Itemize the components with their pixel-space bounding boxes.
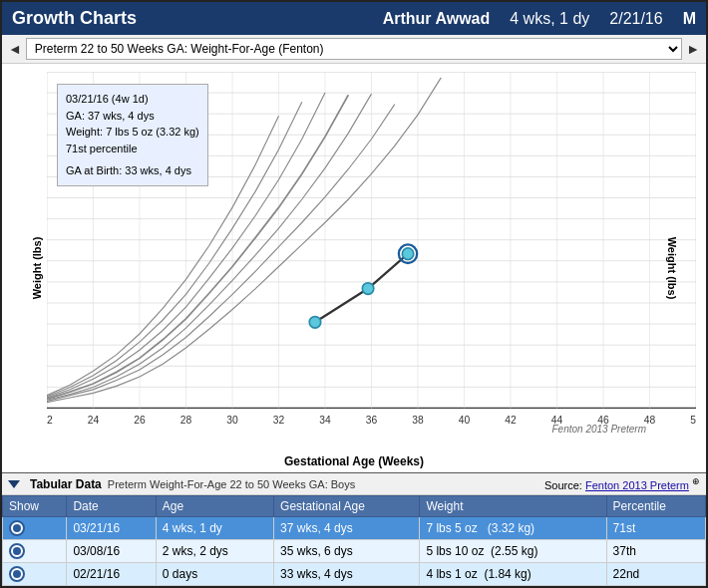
date-cell: 03/21/16: [67, 517, 156, 540]
tabular-subtitle: Preterm Weight-For-Age 22 to 50 Weeks GA…: [108, 478, 355, 490]
svg-text:22: 22: [47, 414, 53, 425]
tooltip-line6: GA at Birth: 33 wks, 4 dys: [66, 162, 199, 179]
chart-tooltip: 03/21/16 (4w 1d) GA: 37 wks, 4 dys Weigh…: [57, 84, 208, 186]
age-cell: 4 wks, 1 dy: [156, 517, 273, 540]
svg-text:40: 40: [459, 414, 471, 425]
next-chart-button[interactable]: ►: [686, 41, 700, 57]
show-icon[interactable]: [9, 520, 25, 536]
percentile-cell: 22nd: [606, 563, 705, 586]
patient-name: Arthur Awwad: [383, 10, 491, 28]
age-cell: 2 wks, 2 dys: [156, 540, 273, 563]
triangle-down-icon: [8, 480, 20, 488]
weight-cell: 7 lbs 5 oz (3.32 kg): [420, 517, 606, 540]
fenton-watermark: Fenton 2013 Preterm: [552, 424, 647, 435]
tabular-header-row: Tabular Data Preterm Weight-For-Age 22 t…: [2, 473, 706, 495]
app-container: Growth Charts Arthur Awwad 4 wks, 1 dy 2…: [0, 0, 708, 588]
svg-text:24: 24: [88, 414, 100, 425]
show-icon-inner: [13, 570, 21, 578]
svg-text:50: 50: [690, 414, 696, 425]
percentile-cell: 37th: [606, 540, 705, 563]
app-title: Growth Charts: [12, 8, 137, 29]
chart-panel: Weight (lbs) Weight (lbs) 0 0 1 1 2 2: [2, 64, 706, 472]
weight-cell: 4 lbs 1 oz (1.84 kg): [420, 563, 606, 586]
show-icon[interactable]: [9, 543, 25, 559]
show-cell[interactable]: [3, 517, 67, 540]
ga-cell: 37 wks, 4 dys: [274, 517, 420, 540]
y-axis-label-right: Weight (lbs): [667, 237, 679, 300]
show-icon-inner: [13, 524, 21, 532]
col-percentile: Percentile: [606, 496, 705, 517]
show-icon-inner: [13, 547, 21, 555]
ga-cell: 33 wks, 4 dys: [274, 563, 420, 586]
svg-text:36: 36: [366, 414, 378, 425]
date-cell: 03/08/16: [67, 540, 156, 563]
col-gestational-age: Gestational Age: [274, 496, 420, 517]
main-chart-area: Weight (lbs) Weight (lbs) 0 0 1 1 2 2: [2, 64, 706, 472]
age-cell: 0 days: [156, 563, 273, 586]
svg-text:26: 26: [134, 414, 146, 425]
tabular-title: Tabular Data: [30, 477, 102, 491]
tooltip-line3: Weight: 7 lbs 5 oz (3.32 kg): [66, 124, 199, 141]
visit-date: 2/21/16: [609, 10, 662, 28]
show-cell[interactable]: [3, 563, 67, 586]
svg-text:28: 28: [180, 414, 192, 425]
header-bar: Growth Charts Arthur Awwad 4 wks, 1 dy 2…: [2, 2, 706, 35]
chart-selector-row: ◄ Preterm 22 to 50 Weeks GA: Weight-For-…: [2, 35, 706, 64]
table-row[interactable]: 03/08/16 2 wks, 2 dys 35 wks, 6 dys 5 lb…: [3, 540, 706, 563]
svg-point-86: [402, 248, 413, 260]
svg-text:42: 42: [505, 414, 517, 425]
data-table: Show Date Age Gestational Age Weight Per…: [2, 495, 706, 586]
svg-text:32: 32: [273, 414, 285, 425]
fenton-source-link[interactable]: Fenton 2013 Preterm: [585, 479, 689, 491]
svg-point-83: [309, 317, 320, 329]
tooltip-line4: 71st percentile: [66, 141, 199, 157]
show-icon[interactable]: [9, 566, 25, 582]
svg-text:34: 34: [319, 414, 331, 425]
x-axis-label: Gestational Age (Weeks): [284, 454, 424, 468]
patient-gender: M: [683, 10, 696, 28]
col-weight: Weight: [420, 496, 606, 517]
weight-cell: 5 lbs 10 oz (2.55 kg): [420, 540, 606, 563]
show-cell[interactable]: [3, 540, 67, 563]
chart-type-select[interactable]: Preterm 22 to 50 Weeks GA: Weight-For-Ag…: [26, 38, 682, 60]
tabular-section: Tabular Data Preterm Weight-For-Age 22 t…: [2, 472, 706, 586]
tooltip-line1: 03/21/16 (4w 1d): [66, 91, 199, 108]
col-show: Show: [3, 496, 67, 517]
col-age: Age: [156, 496, 273, 517]
prev-chart-button[interactable]: ◄: [8, 41, 22, 57]
svg-point-84: [362, 283, 373, 295]
percentile-cell: 71st: [606, 517, 705, 540]
table-row[interactable]: 02/21/16 0 days 33 wks, 4 dys 4 lbs 1 oz…: [3, 563, 706, 586]
date-cell: 02/21/16: [67, 563, 156, 586]
patient-age: 4 wks, 1 dy: [510, 10, 589, 28]
source-label: Source: Fenton 2013 Preterm ⊕: [544, 476, 700, 491]
table-row[interactable]: 03/21/16 4 wks, 1 dy 37 wks, 4 dys 7 lbs…: [3, 517, 706, 540]
svg-text:30: 30: [226, 414, 238, 425]
y-axis-label-left: Weight (lbs): [31, 237, 43, 300]
tooltip-line2: GA: 37 wks, 4 dys: [66, 108, 199, 125]
svg-text:38: 38: [412, 414, 424, 425]
ga-cell: 35 wks, 6 dys: [274, 540, 420, 563]
col-date: Date: [67, 496, 156, 517]
